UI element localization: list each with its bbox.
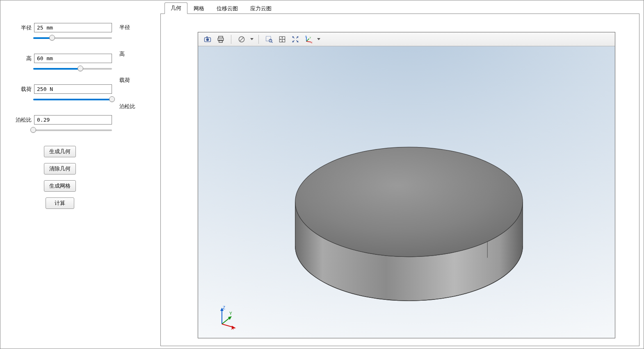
main-view-panel: 几何 网格 位移云图 应力云图 xyxy=(160,0,644,349)
svg-rect-5 xyxy=(219,40,222,42)
radius-readout-label: 半径 xyxy=(119,24,160,50)
triad-z-label: Z xyxy=(223,306,225,310)
parameter-panel: 半径 高 载荷 泊松比 xyxy=(0,0,119,349)
svg-line-30 xyxy=(306,41,311,42)
svg-point-1 xyxy=(206,38,209,41)
height-readout-label: 高 xyxy=(119,50,160,77)
svg-marker-37 xyxy=(228,316,232,320)
load-slider[interactable] xyxy=(33,95,112,104)
geometry-cylinder xyxy=(198,46,615,338)
zoom-box-icon[interactable] xyxy=(264,34,274,45)
load-label: 载荷 xyxy=(8,86,34,93)
tab-mesh[interactable]: 网格 xyxy=(187,3,210,14)
height-slider[interactable] xyxy=(33,65,112,73)
camera-icon[interactable] xyxy=(202,34,213,45)
load-input[interactable] xyxy=(34,84,112,94)
generate-mesh-button[interactable]: 生成网格 xyxy=(44,180,76,192)
print-icon[interactable] xyxy=(215,34,226,45)
triad-x-label: X xyxy=(231,326,234,330)
svg-text:Y: Y xyxy=(310,36,311,39)
svg-rect-8 xyxy=(266,36,271,41)
poisson-slider[interactable] xyxy=(33,126,112,134)
viewport-toolbar: Z Y X xyxy=(198,32,615,46)
chevron-down-icon[interactable] xyxy=(317,38,320,40)
axes-icon[interactable]: Z Y X xyxy=(303,34,314,45)
orientation-triad: Z Y X xyxy=(215,305,239,330)
poisson-readout-label: 泊松比 xyxy=(119,103,160,129)
disable-icon[interactable] xyxy=(236,34,247,45)
load-readout-label: 载荷 xyxy=(119,77,160,103)
height-input[interactable] xyxy=(34,54,112,63)
height-label: 高 xyxy=(8,55,34,62)
svg-text:X: X xyxy=(311,41,313,43)
fit-view-icon[interactable] xyxy=(290,34,301,45)
svg-line-28 xyxy=(306,39,309,41)
tab-displacement[interactable]: 位移云图 xyxy=(210,3,244,14)
parameter-readout-panel: 半径 高 载荷 泊松比 xyxy=(119,0,160,349)
svg-point-9 xyxy=(269,39,272,42)
poisson-input[interactable] xyxy=(34,115,112,125)
generate-geometry-button[interactable]: 生成几何 xyxy=(44,146,76,157)
clear-geometry-button[interactable]: 清除几何 xyxy=(44,163,76,174)
poisson-label: 泊松比 xyxy=(8,116,34,124)
viewport-outer: Z Y X xyxy=(198,32,615,338)
view-tabs: 几何 网格 位移云图 应力云图 xyxy=(160,3,641,14)
view-frame: Z Y X xyxy=(160,14,639,346)
tab-geometry[interactable]: 几何 xyxy=(164,2,187,14)
svg-line-7 xyxy=(240,37,244,41)
svg-point-33 xyxy=(295,147,523,257)
compute-button[interactable]: 计算 xyxy=(46,197,74,209)
svg-line-10 xyxy=(272,41,273,43)
radius-input[interactable] xyxy=(34,23,112,32)
chevron-down-icon[interactable] xyxy=(250,38,253,40)
radius-slider[interactable] xyxy=(33,34,112,42)
pan-icon[interactable] xyxy=(277,34,288,45)
radius-label: 半径 xyxy=(8,24,34,32)
svg-text:Z: Z xyxy=(305,35,307,38)
tab-stress[interactable]: 应力云图 xyxy=(244,3,278,14)
triad-y-label: Y xyxy=(229,311,232,316)
viewport-3d[interactable]: Z Y X xyxy=(198,46,615,338)
svg-rect-2 xyxy=(206,36,208,38)
